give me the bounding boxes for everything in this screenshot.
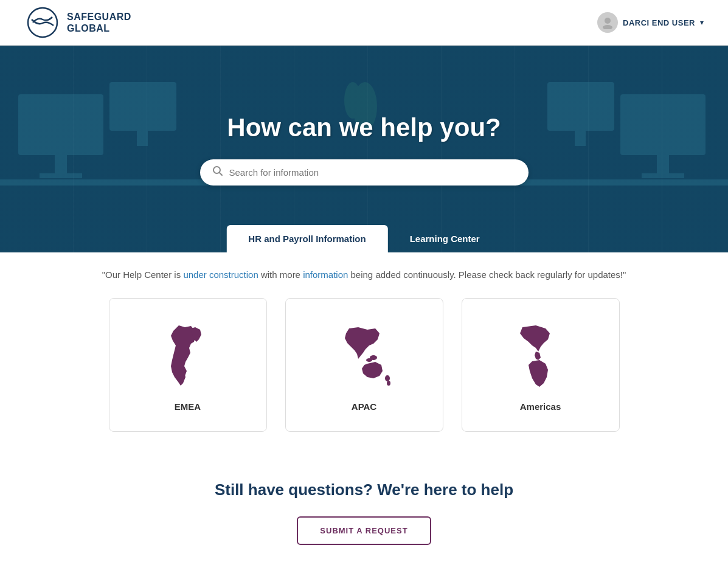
americas-label: Americas bbox=[520, 401, 561, 412]
site-header: SAFEGUARD GLOBAL DARCI END USER ▾ bbox=[0, 0, 728, 46]
hero-section: How can we help you? HR and Payroll Info… bbox=[0, 46, 728, 252]
apac-map-icon bbox=[334, 322, 395, 389]
svg-point-22 bbox=[387, 381, 390, 386]
hero-content: How can we help you? bbox=[0, 113, 728, 186]
user-menu[interactable]: DARCI END USER ▾ bbox=[597, 12, 704, 33]
search-input[interactable] bbox=[229, 167, 516, 178]
search-bar[interactable] bbox=[200, 159, 529, 186]
americas-map-icon bbox=[510, 322, 571, 389]
svg-point-21 bbox=[385, 375, 390, 381]
svg-line-18 bbox=[219, 172, 222, 175]
tabs-bar: HR and Payroll Information Learning Cent… bbox=[226, 225, 501, 252]
region-card-americas[interactable]: Americas bbox=[462, 298, 620, 432]
tab-hr-payroll[interactable]: HR and Payroll Information bbox=[226, 225, 387, 252]
logo-area[interactable]: SAFEGUARD GLOBAL bbox=[24, 6, 131, 40]
svg-point-20 bbox=[366, 358, 372, 362]
notice-banner: "Our Help Center is under construction w… bbox=[0, 252, 728, 292]
region-card-apac[interactable]: APAC bbox=[285, 298, 443, 432]
hero-title: How can we help you? bbox=[12, 113, 716, 142]
apac-label: APAC bbox=[352, 401, 376, 412]
search-icon bbox=[212, 165, 223, 179]
logo-text: SAFEGUARD GLOBAL bbox=[67, 11, 131, 34]
svg-point-2 bbox=[603, 25, 612, 29]
cta-title: Still have questions? We're here to help bbox=[12, 480, 716, 499]
region-cards: EMEA APAC Americas bbox=[0, 292, 728, 450]
cta-section: Still have questions? We're here to help… bbox=[0, 450, 728, 562]
chevron-down-icon: ▾ bbox=[700, 18, 704, 27]
tab-learning-center[interactable]: Learning Center bbox=[388, 225, 502, 252]
user-name: DARCI END USER bbox=[623, 18, 695, 27]
svg-point-1 bbox=[605, 18, 611, 24]
submit-request-button[interactable]: SUBMIT A REQUEST bbox=[297, 516, 431, 545]
logo-icon bbox=[24, 6, 61, 40]
region-card-emea[interactable]: EMEA bbox=[109, 298, 267, 432]
emea-label: EMEA bbox=[175, 401, 201, 412]
user-avatar bbox=[597, 12, 618, 33]
emea-map-icon bbox=[158, 322, 218, 389]
